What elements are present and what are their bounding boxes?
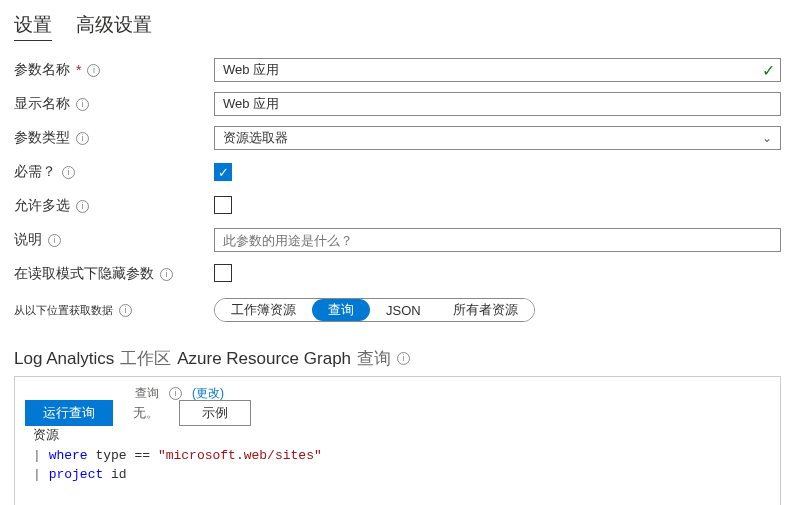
- label-display-name: 显示名称 i: [14, 95, 214, 113]
- param-type-value: 资源选取器: [223, 129, 288, 147]
- label-param-type: 参数类型 i: [14, 129, 214, 147]
- info-icon[interactable]: i: [76, 98, 89, 111]
- label-allow-multi-text: 允许多选: [14, 197, 70, 215]
- code-string: "microsoft.web/sites": [158, 448, 322, 463]
- query-label: 查询: [135, 385, 159, 402]
- hide-in-read-checkbox[interactable]: [214, 264, 232, 282]
- chevron-down-icon: ⌄: [762, 131, 772, 145]
- description-input[interactable]: [214, 228, 781, 252]
- section-suffix: 查询: [357, 347, 391, 370]
- label-param-type-text: 参数类型: [14, 129, 70, 147]
- required-checkbox[interactable]: ✓: [214, 163, 232, 181]
- none-text: 无。: [133, 404, 159, 422]
- allow-multi-checkbox[interactable]: [214, 196, 232, 214]
- code-pipe: |: [33, 448, 41, 463]
- tab-settings[interactable]: 设置: [14, 12, 52, 41]
- label-param-name-text: 参数名称: [14, 61, 70, 79]
- section-mid2: Azure Resource Graph: [177, 349, 351, 369]
- pill-json[interactable]: JSON: [370, 299, 437, 321]
- code-op: ==: [134, 448, 150, 463]
- label-allow-multi: 允许多选 i: [14, 197, 214, 215]
- label-hide-in-read: 在读取模式下隐藏参数 i: [14, 265, 214, 283]
- info-icon[interactable]: i: [62, 166, 75, 179]
- info-icon[interactable]: i: [76, 132, 89, 145]
- pill-query[interactable]: 查询: [312, 299, 370, 321]
- run-query-button[interactable]: 运行查询: [25, 400, 113, 426]
- label-required: 必需？ i: [14, 163, 214, 181]
- info-icon[interactable]: i: [87, 64, 100, 77]
- code-field-type: type: [95, 448, 126, 463]
- code-kw-where: where: [49, 448, 88, 463]
- param-name-input[interactable]: [214, 58, 781, 82]
- query-editor[interactable]: 资源 | where type == "microsoft.web/sites"…: [33, 426, 770, 485]
- pill-workbook-resources[interactable]: 工作簿资源: [215, 299, 312, 321]
- info-icon[interactable]: i: [76, 200, 89, 213]
- label-description: 说明 i: [14, 231, 214, 249]
- tab-advanced-settings[interactable]: 高级设置: [76, 12, 152, 41]
- label-description-text: 说明: [14, 231, 42, 249]
- section-prefix: Log Analytics: [14, 349, 114, 369]
- param-type-select[interactable]: 资源选取器 ⌄: [214, 126, 781, 150]
- data-source-pills: 工作簿资源 查询 JSON 所有者资源: [214, 298, 535, 322]
- label-param-name: 参数名称 * i: [14, 61, 214, 79]
- info-icon[interactable]: i: [397, 352, 410, 365]
- info-icon[interactable]: i: [48, 234, 61, 247]
- info-icon[interactable]: i: [169, 387, 182, 400]
- label-required-text: 必需？: [14, 163, 56, 181]
- code-line-resources: 资源: [33, 428, 59, 443]
- label-display-name-text: 显示名称: [14, 95, 70, 113]
- query-panel: 查询 i (更改) 运行查询 无。 示例 资源 | where type == …: [14, 376, 781, 505]
- code-field-id: id: [111, 467, 127, 482]
- display-name-input[interactable]: [214, 92, 781, 116]
- info-icon[interactable]: i: [119, 304, 132, 317]
- section-mid1: 工作区: [120, 347, 171, 370]
- label-data-source-text: 从以下位置获取数据: [14, 303, 113, 318]
- query-section-title: Log Analytics 工作区 Azure Resource Graph 查…: [14, 347, 781, 370]
- label-data-source: 从以下位置获取数据 i: [14, 303, 214, 318]
- code-pipe: |: [33, 467, 41, 482]
- label-hide-in-read-text: 在读取模式下隐藏参数: [14, 265, 154, 283]
- required-asterisk: *: [76, 62, 81, 78]
- pill-owner-resources[interactable]: 所有者资源: [437, 299, 534, 321]
- code-kw-project: project: [49, 467, 104, 482]
- info-icon[interactable]: i: [160, 268, 173, 281]
- example-button[interactable]: 示例: [179, 400, 251, 426]
